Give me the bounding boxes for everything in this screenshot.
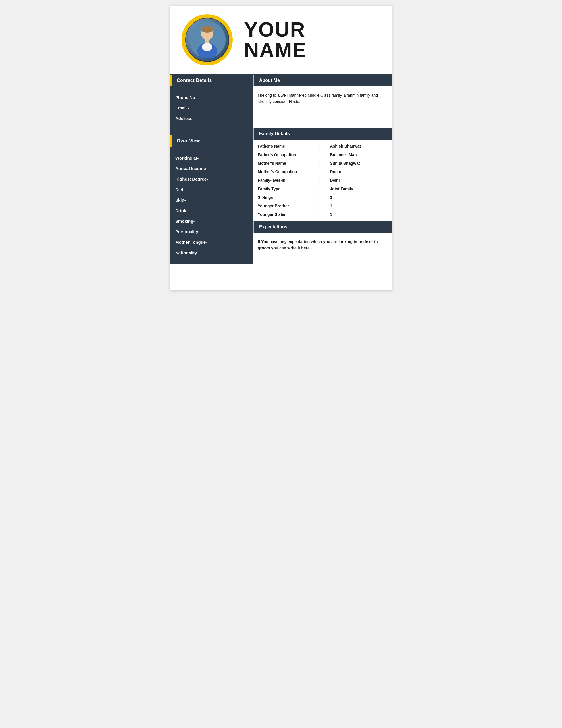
fathers-name-value: Ashish Bhagwat <box>325 142 392 150</box>
sidebar-spacer-1 <box>170 129 253 135</box>
mothers-name-label: Mother's Name <box>253 159 313 167</box>
table-row: Father's Name : Ashish Bhagwat <box>253 142 392 150</box>
family-table: Father's Name : Ashish Bhagwat Father's … <box>253 142 392 219</box>
separator-4: : <box>313 167 325 176</box>
separator-6: : <box>313 185 325 193</box>
nationality-item: Nationality- <box>175 247 248 258</box>
family-table-body: Father's Name : Ashish Bhagwat Father's … <box>253 142 392 219</box>
overview-items: Working at- Annual Income- Highest Degre… <box>170 147 253 264</box>
separator-3: : <box>313 159 325 167</box>
separator-5: : <box>313 176 325 185</box>
working-at-item: Working at- <box>175 153 248 163</box>
separator-1: : <box>313 142 325 150</box>
svg-point-5 <box>203 34 211 40</box>
table-row: Siblings : 2 <box>253 193 392 202</box>
expectations-header-label: Expectations <box>259 224 287 229</box>
family-type-label: Family Type <box>253 185 313 193</box>
name-section: YOUR NAME <box>244 19 380 60</box>
table-row: Family Type : Joint Family <box>253 185 392 193</box>
smoking-item: Smoking- <box>175 216 248 226</box>
about-text: I belong to a well mannered Middle Class… <box>253 86 392 111</box>
separator-2: : <box>313 150 325 159</box>
phone-item: Phone No - <box>175 92 248 103</box>
svg-point-6 <box>202 43 212 51</box>
family-lives-in-value: Delhi <box>325 176 392 185</box>
siblings-label: Siblings <box>253 193 313 202</box>
table-row: Family-lives-in : Delhi <box>253 176 392 185</box>
drink-item: Drink- <box>175 205 248 216</box>
contact-header-label: Contact Details <box>177 78 212 83</box>
fathers-occ-value: Business Man <box>325 150 392 159</box>
fathers-name-label: Father's Name <box>253 142 313 150</box>
mothers-occ-label: Mother's Occupation <box>253 167 313 176</box>
siblings-value: 2 <box>325 193 392 202</box>
family-table-wrapper: Father's Name : Ashish Bhagwat Father's … <box>253 140 392 221</box>
photo-inner-ring <box>185 18 229 62</box>
contact-items: Phone No - Email - Address - <box>170 86 253 129</box>
skin-item: Skin- <box>175 195 248 205</box>
family-section-header: Family Details <box>253 128 392 140</box>
photo-outer-ring <box>182 14 233 65</box>
overview-section-header: Over View <box>170 135 253 147</box>
about-section-header: About Me <box>253 75 392 86</box>
table-row: Mother's Occupation : Doctor <box>253 167 392 176</box>
expectations-text: If You have any expectation which you ar… <box>253 233 392 257</box>
diet-item: Diet- <box>175 184 248 195</box>
family-header-label: Family Details <box>259 131 290 136</box>
separator-9: : <box>313 210 325 219</box>
table-row: Younger Sister : 1 <box>253 210 392 219</box>
annual-income-item: Annual Income- <box>175 163 248 174</box>
expectations-section-header: Expectations <box>253 221 392 233</box>
main-content: Contact Details Phone No - Email - Addre… <box>170 75 392 264</box>
younger-brother-value: 1 <box>325 202 392 210</box>
table-row: Younger Brother : 1 <box>253 202 392 210</box>
resume-page: YOUR NAME Contact Details Phone No - Ema… <box>170 6 392 290</box>
profile-name: YOUR NAME <box>244 19 380 60</box>
table-row: Mother's Name : Sunita Bhagwat <box>253 159 392 167</box>
about-header-label: About Me <box>259 78 280 83</box>
younger-sister-value: 1 <box>325 210 392 219</box>
svg-point-2 <box>201 26 214 33</box>
highest-degree-item: Highest Degree- <box>175 174 248 184</box>
younger-sister-label: Younger Sister <box>253 210 313 219</box>
mothers-occ-value: Doctor <box>325 167 392 176</box>
address-item: Address - <box>175 113 248 124</box>
family-type-value: Joint Family <box>325 185 392 193</box>
younger-brother-label: Younger Brother <box>253 202 313 210</box>
right-content: About Me I belong to a well mannered Mid… <box>253 75 392 264</box>
mother-tongue-item: Mother Tongue- <box>175 237 248 247</box>
header-section: YOUR NAME <box>170 6 392 74</box>
email-item: Email - <box>175 103 248 113</box>
table-row: Father's Occupation : Business Man <box>253 150 392 159</box>
contact-section-header: Contact Details <box>170 75 253 86</box>
about-spacer <box>253 111 392 128</box>
separator-7: : <box>313 193 325 202</box>
family-lives-in-label: Family-lives-in <box>253 176 313 185</box>
personality-item: Personality- <box>175 226 248 237</box>
separator-8: : <box>313 202 325 210</box>
overview-header-label: Over View <box>177 138 200 144</box>
profile-photo <box>186 18 229 61</box>
sidebar: Contact Details Phone No - Email - Addre… <box>170 75 253 264</box>
mothers-name-value: Sunita Bhagwat <box>325 159 392 167</box>
fathers-occ-label: Father's Occupation <box>253 150 313 159</box>
